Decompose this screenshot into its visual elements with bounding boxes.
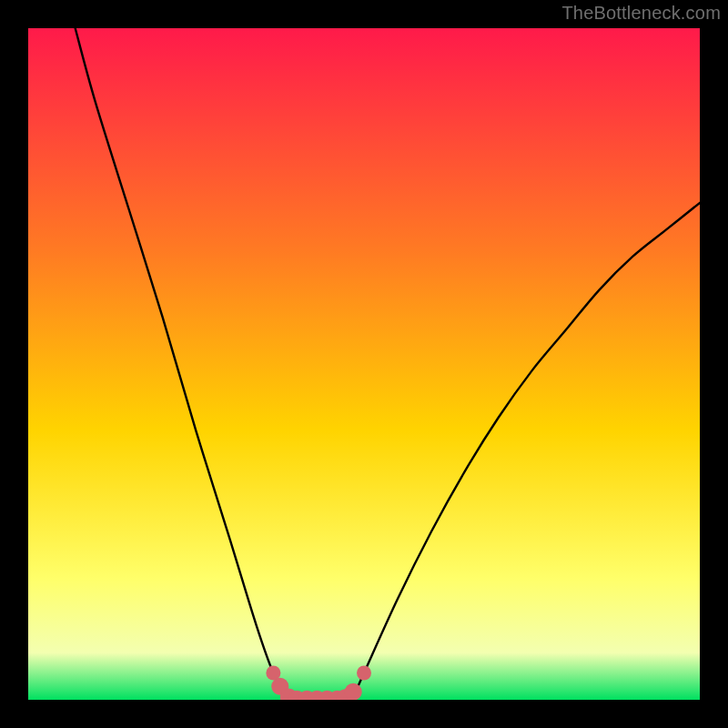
- bottleneck-chart-svg: [28, 28, 700, 700]
- data-marker: [345, 683, 362, 700]
- plot-area: [28, 28, 700, 700]
- data-marker: [357, 665, 371, 680]
- watermark-text: TheBottleneck.com: [561, 3, 721, 24]
- chart-frame: TheBottleneck.com: [0, 0, 728, 728]
- gradient-background: [28, 28, 700, 700]
